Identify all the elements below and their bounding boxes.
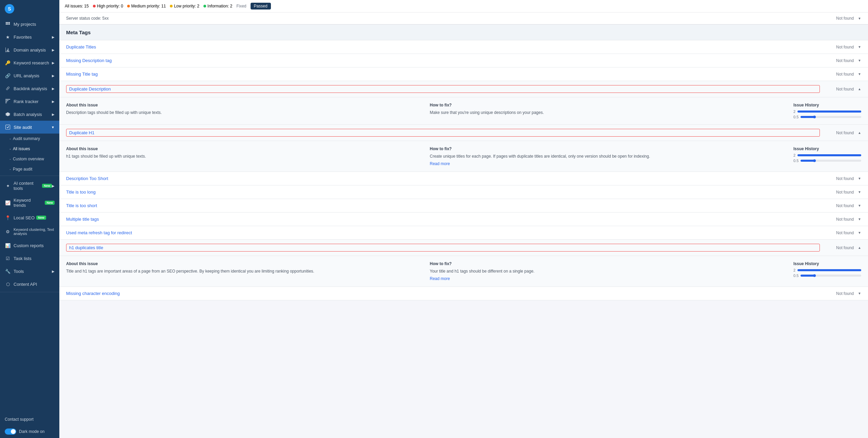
issue-link-h1-dup-title[interactable]: h1 duplicates title [66,244,820,252]
table-row[interactable]: Used meta refresh tag for redirect Not f… [59,226,868,240]
issue-link-dup-desc[interactable]: Duplicate Description [66,85,820,93]
sidebar-item-tools[interactable]: 🔧 Tools ▶ [0,265,59,278]
expand-icon[interactable]: ▼ [858,45,861,49]
history-bar-container [801,160,861,162]
expand-icon[interactable]: ▼ [858,204,861,207]
read-more-link[interactable]: Read more [430,276,787,281]
rank-icon [5,98,11,104]
fix-col: How to fix? Make sure that you're using … [430,103,787,119]
issue-link-meta-refresh[interactable]: Used meta refresh tag for redirect [66,230,820,235]
chevron-icon: ▶ [52,74,55,78]
sidebar-item-rank-tracker[interactable]: Rank tracker ▶ [0,95,59,108]
history-row-1: 2 [793,153,861,157]
contact-support-link[interactable]: Contact support [0,414,59,425]
table-row[interactable]: Multiple title tags Not found ▼ [59,213,868,226]
history-bar [801,160,816,162]
issue-status: Not found [820,217,854,222]
expand-icon[interactable]: ▼ [858,231,861,235]
sidebar-item-backlink-analysis[interactable]: Backlink analysis ▶ [0,82,59,95]
toggle-switch[interactable] [5,429,16,435]
issue-status: Not found [820,190,854,195]
expand-icon[interactable]: ▼ [858,177,861,180]
sidebar-item-keyword-trends[interactable]: 📈 Keyword trends New [0,194,59,211]
dark-mode-toggle[interactable]: Dark mode on [0,425,59,438]
sidebar-item-site-audit[interactable]: Site audit ▼ [0,121,59,134]
passed-badge[interactable]: Passed [251,3,271,9]
sidebar-item-favorites[interactable]: ★ Favorites ▶ [0,31,59,43]
history-row-2: 0.5 [793,159,861,163]
sidebar-item-content-api[interactable]: ⬡ Content API [0,278,59,291]
sidebar-item-keyword-research[interactable]: 🔑 Keyword research ▶ [0,56,59,69]
table-row[interactable]: Description Too Short Not found ▼ [59,172,868,185]
fix-title: How to fix? [430,261,787,266]
issue-link-duplicate-titles[interactable]: Duplicate Titles [66,44,820,49]
table-row[interactable]: Duplicate Description Not found ▲ [59,81,868,97]
table-row[interactable]: h1 duplicates title Not found ▲ [59,240,868,256]
sidebar-item-batch-analysis[interactable]: Batch analysis ▶ [0,108,59,121]
history-val2: 0.5 [793,115,798,119]
expand-icon[interactable]: ▼ [858,59,861,62]
high-priority-badge: High priority: 0 [93,4,123,8]
sidebar-logo[interactable]: S [0,0,59,18]
tasks-icon: ☑ [5,255,11,261]
info-text: Information: 2 [208,4,232,8]
expand-icon[interactable]: ▼ [858,292,861,295]
issue-link-title-short[interactable]: Title is too short [66,203,820,208]
fix-title: How to fix? [430,103,787,107]
history-bar [801,275,816,277]
collapse-icon[interactable]: ▲ [858,246,861,250]
issue-status: Not found [820,245,854,250]
about-col: About this issue h1 tags should be fille… [66,146,423,166]
table-row[interactable]: Duplicate Titles Not found ▼ [59,40,868,54]
history-row-2: 0.5 [793,115,861,119]
issue-link-missing-desc[interactable]: Missing Description tag [66,58,820,63]
sidebar-item-my-projects[interactable]: My projects [0,18,59,31]
expand-icon[interactable]: ▼ [858,217,861,221]
issue-link-desc-short[interactable]: Description Too Short [66,176,820,181]
section-title: Meta Tags [66,29,91,35]
collapse-icon[interactable]: ▲ [858,131,861,135]
server-expand-icon[interactable]: ▼ [858,17,861,20]
history-val2: 0.5 [793,159,798,163]
sidebar-sub-audit-summary[interactable]: Audit summary [0,134,59,144]
table-row[interactable]: Title is too short Not found ▼ [59,199,868,213]
expand-icon[interactable]: ▼ [858,190,861,194]
table-row[interactable]: Title is too long Not found ▼ [59,185,868,199]
medium-dot [127,5,130,7]
table-row[interactable]: Missing character encoding Not found ▼ [59,287,868,300]
cluster-icon: ⚙ [5,228,11,235]
issue-link-dup-h1[interactable]: Duplicate H1 [66,129,820,137]
sidebar-item-domain-analysis[interactable]: Domain analysis ▶ [0,43,59,56]
server-status-row[interactable]: Server status code: 5xx Not found ▼ [59,13,868,24]
sidebar-sub-custom-overview[interactable]: Custom overview [0,154,59,164]
issue-link-multiple-title[interactable]: Multiple title tags [66,217,820,222]
collapse-icon[interactable]: ▲ [858,87,861,91]
issue-link-missing-encoding[interactable]: Missing character encoding [66,291,820,296]
sidebar-item-task-lists[interactable]: ☑ Task lists [0,252,59,265]
expand-icon[interactable]: ▼ [858,72,861,76]
history-bar [797,154,861,156]
sidebar-item-label: Rank tracker [14,99,39,104]
about-col: About this issue Title and h1 tags are i… [66,261,423,281]
table-row[interactable]: Missing Title tag Not found ▼ [59,67,868,81]
sidebar-item-ai-content-tools[interactable]: ✦ AI content tools New ▶ [0,177,59,194]
history-col: Issue History 2 0.5 [793,261,861,281]
table-row[interactable]: Duplicate H1 Not found ▲ [59,125,868,141]
sidebar-item-url-analysis[interactable]: 🔗 URL analysis ▶ [0,69,59,82]
sidebar-item-label: Custom reports [14,243,44,248]
table-row[interactable]: Missing Description tag Not found ▼ [59,54,868,67]
sidebar-item-custom-reports[interactable]: 📊 Custom reports [0,239,59,252]
sidebar-item-label: Favorites [14,35,32,40]
sidebar-item-local-seo[interactable]: 📍 Local SEO New [0,211,59,224]
sidebar-sub-page-audit[interactable]: Page audit [0,164,59,174]
read-more-link[interactable]: Read more [430,161,787,166]
sidebar-sub-all-issues[interactable]: All issues [0,144,59,154]
sidebar-item-keyword-clustering[interactable]: ⚙ Keyword clustering, Text analysis [0,224,59,239]
history-bar-container [797,111,861,113]
chevron-icon: ▶ [52,113,55,116]
issues-summary: All issues: 15 High priority: 0 Medium p… [65,3,271,9]
issue-link-missing-title[interactable]: Missing Title tag [66,72,820,77]
issue-status: Not found [820,203,854,208]
issue-link-title-long[interactable]: Title is too long [66,190,820,195]
fixed-label[interactable]: Fixed [236,4,246,8]
